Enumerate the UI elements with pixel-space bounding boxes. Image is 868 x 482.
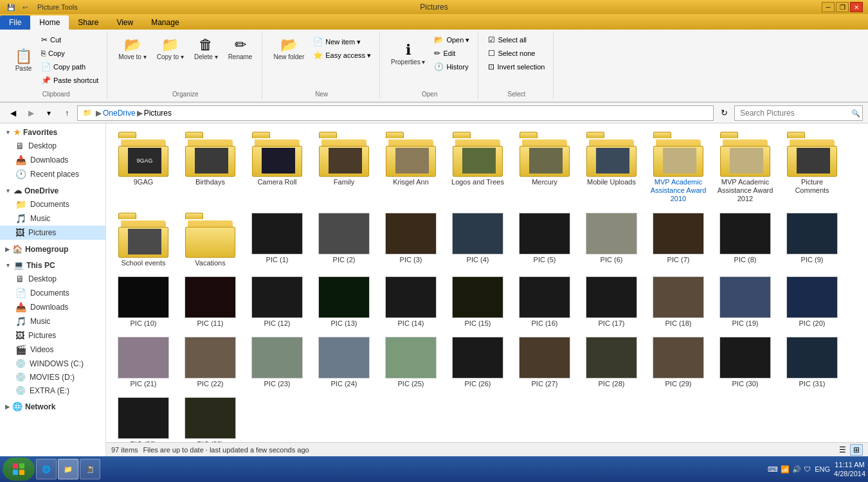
photo-pic31[interactable]: PIC (31) [780,334,844,391]
minimize-button[interactable]: ─ [822,2,835,12]
edit-button[interactable]: ✏ Edit [431,47,473,60]
tab-file[interactable]: File [0,15,30,30]
tab-share[interactable]: Share [69,15,107,30]
sidebar-item-extra-e[interactable]: 💿 EXTRA (E:) [0,384,105,397]
taskbar-explorer[interactable]: 📁 [58,459,78,479]
recent-locations-button[interactable]: ▾ [41,105,57,121]
photo-pic11[interactable]: PIC (11) [178,273,242,331]
folder-birthdays[interactable]: Birthdays [178,129,242,207]
folder-9gag[interactable]: 9GAG 9GAG [111,129,176,207]
new-item-button[interactable]: 📄 New item ▾ [310,35,374,48]
sidebar-item-pc-desktop[interactable]: 🖥 Desktop [0,272,105,286]
sidebar-item-pc-documents[interactable]: 📄 Documents [0,286,105,300]
photo-pic6[interactable]: PIC (6) [579,210,644,271]
photo-pic22[interactable]: PIC (22) [178,334,242,391]
thispc-header[interactable]: ▼ 💻 This PC [0,258,105,272]
taskbar-onenote[interactable]: 📓 [80,459,100,479]
delete-button[interactable]: 🗑 Delete ▾ [190,33,222,64]
start-button[interactable] [3,458,35,481]
back-button[interactable]: ◀ [5,105,21,121]
sidebar-item-pc-videos[interactable]: 🎬 Videos [0,343,105,357]
folder-mobile-uploads[interactable]: Mobile Uploads [579,129,644,207]
network-header[interactable]: ▶ 🌐 Network [0,400,105,413]
select-all-button[interactable]: ☑ Select all [485,33,548,46]
tab-view[interactable]: View [107,15,142,30]
folder-family[interactable]: Family [312,129,376,207]
sidebar-item-pictures[interactable]: 🖼 Pictures [0,226,105,240]
sidebar-item-pc-music[interactable]: 🎵 Music [0,314,105,328]
photo-pic9[interactable]: PIC (9) [780,210,844,271]
invert-selection-button[interactable]: ⊡ Invert selection [485,60,548,73]
taskbar-ie[interactable]: 🌐 [36,459,57,479]
homegroup-header[interactable]: ▶ 🏠 Homegroup [0,242,105,256]
photo-pic21[interactable]: PIC (21) [111,334,176,391]
photo-pic8[interactable]: PIC (8) [713,210,777,271]
paste-button[interactable]: 📋 Paste [10,45,37,75]
photo-pic23[interactable]: PIC (23) [245,334,309,391]
favorites-header[interactable]: ▼ ★ Favorites [0,126,105,139]
folder-camera-roll[interactable]: Camera Roll [245,129,309,207]
sidebar-item-music[interactable]: 🎵 Music [0,211,105,226]
cut-button[interactable]: ✂ Cut [38,33,102,46]
grid-view-button[interactable]: ⊞ [850,444,863,456]
search-input[interactable] [734,105,863,121]
photo-pic10[interactable]: PIC (10) [111,273,176,331]
sidebar-item-documents[interactable]: 📁 Documents [0,197,105,211]
open-button[interactable]: 📂 Open ▾ [431,33,473,46]
folder-school-events[interactable]: School events [111,210,176,271]
photo-pic7[interactable]: PIC (7) [646,210,710,271]
photo-pic12[interactable]: PIC (12) [245,273,309,331]
up-button[interactable]: ↑ [59,105,75,121]
rename-button[interactable]: ✏ Rename [224,33,257,64]
tab-manage[interactable]: Manage [142,15,188,30]
photo-pic17[interactable]: PIC (17) [579,273,644,331]
address-path[interactable]: 📁 ▶ OneDrive ▶ Pictures [77,105,714,121]
photo-pic27[interactable]: PIC (27) [512,334,577,391]
clock[interactable]: 11:11 AM 4/28/2014 [834,460,865,479]
photo-pic16[interactable]: PIC (16) [512,273,577,331]
photo-pic25[interactable]: PIC (25) [379,334,443,391]
tab-home[interactable]: Home [30,15,69,30]
photo-pic24[interactable]: PIC (24) [312,334,376,391]
sidebar-item-desktop[interactable]: 🖥 Desktop [0,139,105,153]
photo-pic3[interactable]: PIC (3) [379,210,443,271]
new-folder-button[interactable]: 📂 New folder [269,33,309,64]
undo-btn[interactable]: ↩ [19,1,31,13]
photo-pic5[interactable]: PIC (5) [512,210,577,271]
copy-to-button[interactable]: 📁 Copy to ▾ [152,33,188,64]
select-none-button[interactable]: ☐ Select none [485,47,548,60]
path-onedrive[interactable]: OneDrive [103,109,136,118]
photo-pic26[interactable]: PIC (26) [446,334,510,391]
photo-pic20[interactable]: PIC (20) [780,273,844,331]
photo-pic13[interactable]: PIC (13) [312,273,376,331]
photo-pic30[interactable]: PIC (30) [713,334,777,391]
easy-access-button[interactable]: ⭐ Easy access ▾ [310,49,374,62]
move-to-button[interactable]: 📂 Move to ▾ [114,33,150,64]
photo-pic18[interactable]: PIC (18) [646,273,710,331]
maximize-button[interactable]: ❐ [836,2,849,12]
refresh-button[interactable]: ↻ [716,105,732,121]
sidebar-item-pc-pictures[interactable]: 🖼 Pictures [0,328,105,343]
photo-pic15[interactable]: PIC (15) [446,273,510,331]
photo-pic28[interactable]: PIC (28) [579,334,644,391]
folder-mvp-2012[interactable]: MVP Academic Assistance Award 2012 [713,129,777,207]
photo-pic19[interactable]: PIC (19) [713,273,777,331]
forward-button[interactable]: ▶ [23,105,39,121]
photo-pic4[interactable]: PIC (4) [446,210,510,271]
sidebar-item-downloads[interactable]: 📥 Downloads [0,153,105,167]
photo-pic32[interactable]: PIC (32) [111,394,176,442]
folder-logos-trees[interactable]: Logos and Trees [446,129,510,207]
photo-pic33[interactable]: PIC (33) [178,394,242,442]
folder-vacations[interactable]: Vacations [178,210,242,271]
save-btn[interactable]: 💾 [5,1,17,13]
sidebar-item-pc-downloads[interactable]: 📥 Downloads [0,300,105,314]
onedrive-header[interactable]: ▼ ☁ OneDrive [0,184,105,197]
photo-pic14[interactable]: PIC (14) [379,273,443,331]
sidebar-item-movies-d[interactable]: 💿 MOVIES (D:) [0,370,105,384]
properties-button[interactable]: ℹ Properties ▾ [386,39,429,69]
list-view-button[interactable]: ☰ [836,444,849,456]
path-pictures[interactable]: Pictures [144,109,172,118]
folder-mercury[interactable]: Mercury [512,129,577,207]
sidebar-item-recent-places[interactable]: 🕐 Recent places [0,167,105,181]
paste-shortcut-button[interactable]: 📌 Paste shortcut [38,74,102,87]
